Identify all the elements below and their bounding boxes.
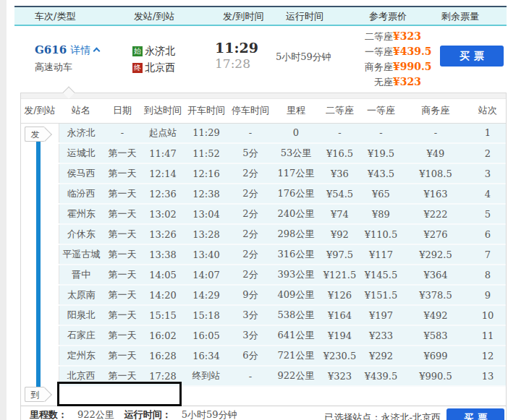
station-row[interactable]: 介休东 第一天 13:26 13:28 2分 298公里 ¥92 ¥110.5 …: [21, 224, 506, 244]
cell-second-class: ¥164: [319, 305, 360, 325]
cell-date: 第一天: [103, 224, 141, 244]
dest-badge-icon: 终: [132, 63, 143, 73]
station-row[interactable]: 永济北 - 起点站 11:29 - 0 - - - 1: [21, 123, 506, 143]
cell-business: ¥378.5: [402, 285, 470, 305]
station-row[interactable]: 定州东 第一天 16:28 16:34 6分 721公里 ¥230.5 ¥292…: [21, 346, 506, 366]
station-row[interactable]: 阳泉北 第一天 15:15 15:18 3分 538公里 ¥164 ¥197 ¥…: [21, 305, 506, 325]
price-label: 无座: [353, 74, 393, 90]
cell-second-class: ¥92: [319, 224, 360, 244]
cell-date: 第一天: [103, 184, 141, 204]
price-first-class: 一等座¥439.5: [353, 44, 432, 59]
cell-arrive-time: 11:47: [141, 143, 185, 163]
cell-stop-time: 6分: [228, 346, 273, 366]
cell-mileage: 538公里: [273, 305, 319, 325]
buy-ticket-button-top[interactable]: 买票: [440, 46, 504, 67]
cell-date: 第一天: [103, 265, 141, 285]
station-row[interactable]: 侯马西 第一天 12:14 12:16 2分 117公里 ¥36 ¥43.5 ¥…: [21, 163, 506, 184]
cell-business: ¥699: [402, 346, 470, 366]
cell-second-class: ¥16.5: [319, 143, 360, 163]
cell-first-class: ¥233: [360, 325, 402, 346]
reference-prices: 二等座¥323 一等座¥439.5 商务座¥990.5 无座¥323: [353, 29, 432, 90]
cell-mileage: 117公里: [273, 163, 319, 184]
cell-station: 临汾西: [59, 184, 103, 204]
col-duration: 运行时间: [286, 10, 323, 23]
detail-link[interactable]: 详情: [70, 44, 90, 56]
cell-second-class: ¥126: [319, 285, 360, 305]
cell-mileage: 641公里: [273, 325, 319, 346]
cell-arrive-time: 15:15: [141, 305, 185, 325]
station-row[interactable]: 平遥古城 第一天 13:38 13:40 2分 316公里 ¥97.5 ¥117…: [21, 244, 506, 265]
cell-second-class: ¥54.5: [319, 184, 360, 204]
cell-station: 永济北: [59, 123, 103, 143]
th-station: 站名: [59, 99, 103, 123]
cell-arrive-time: 16:02: [141, 325, 185, 346]
cell-first-class: ¥292: [360, 346, 402, 366]
cell-stop-time: 2分: [228, 244, 273, 265]
train-detail-panel: 发/到站 站名 日期 到达时间 开车时间 停车时间 里程 二等座 一等座 商务座…: [20, 93, 507, 420]
mileage-label: 里程数：: [30, 408, 67, 420]
cell-date: -: [103, 123, 141, 143]
cell-stop-index: 8: [470, 265, 506, 285]
cell-business: ¥276: [402, 224, 470, 244]
origin-station: 永济北: [145, 45, 175, 56]
chevron-up-icon[interactable]: [93, 48, 101, 55]
page-left-gutter: [0, 0, 7, 420]
cell-station: 石家庄: [59, 325, 103, 346]
footer-summary: 里程数： 922公里 运行时间： 5小时59分钟: [30, 408, 247, 420]
train-code: G616: [35, 43, 67, 56]
cell-first-class: ¥110.5: [360, 224, 402, 244]
cell-arrive-time: 17:28: [141, 366, 185, 386]
cell-date: 第一天: [103, 325, 141, 346]
cell-arrive-time: 14:20: [141, 285, 185, 305]
cell-depart-time: 11:29: [185, 123, 228, 143]
cell-stop-time: 2分: [228, 265, 273, 285]
price-label: 商务座: [353, 59, 393, 74]
cell-business: ¥364: [402, 265, 470, 285]
cell-date: 第一天: [103, 143, 141, 163]
station-row[interactable]: 晋中 第一天 14:05 14:07 2分 393公里 ¥121.5 ¥145.…: [21, 265, 506, 285]
cell-mileage: 393公里: [273, 265, 319, 285]
th-depart-arrive: 发/到站: [21, 99, 59, 123]
station-row[interactable]: 太原南 第一天 14:20 14:29 9分 409公里 ¥126 ¥151.5…: [21, 285, 506, 305]
cell-business: ¥583: [402, 325, 470, 346]
cell-stop-index: 10: [470, 305, 506, 325]
col-ref-price: 参考票价: [369, 10, 407, 23]
col-train-type: 车次/类型: [35, 10, 75, 23]
cell-mileage: 240公里: [273, 204, 319, 224]
cell-station: 阳泉北: [59, 305, 103, 325]
cell-station: 介休东: [59, 224, 103, 244]
cell-second-class: ¥121.5: [319, 265, 360, 285]
cell-first-class: ¥439.5: [360, 366, 402, 386]
cell-first-class: ¥145.5: [360, 265, 402, 285]
cell-stop-time: 2分: [228, 184, 273, 204]
station-row[interactable]: 霍州东 第一天 13:02 13:04 2分 240公里 ¥74 ¥89 ¥22…: [21, 204, 506, 224]
cell-depart-time: 13:04: [185, 204, 228, 224]
cell-stop-time: 5分: [228, 143, 273, 163]
station-row[interactable]: 北京西 第一天 17:28 终到站 - 922公里 ¥323 ¥439.5 ¥9…: [21, 366, 506, 386]
cell-depart-time: 14:29: [185, 285, 228, 305]
cell-stop-index: 2: [470, 143, 506, 163]
station-row[interactable]: 临汾西 第一天 12:36 12:38 2分 176公里 ¥54.5 ¥65 ¥…: [21, 184, 506, 204]
cell-first-class: ¥197: [360, 305, 402, 325]
cell-second-class: -: [319, 123, 360, 143]
cell-arrive-time: 13:26: [141, 224, 185, 244]
col-stations: 发站/到站: [134, 10, 174, 23]
cell-second-class: ¥230.5: [319, 346, 360, 366]
cell-mileage: 298公里: [273, 224, 319, 244]
cell-date: 第一天: [103, 366, 141, 386]
train-type: 高速动车: [35, 61, 72, 74]
panel-top-strip: [21, 93, 506, 99]
cell-arrive-time: 13:38: [141, 244, 185, 265]
train-code-group: G616详情: [35, 43, 99, 57]
th-depart-time: 开车时间: [185, 99, 228, 123]
cell-mileage: 316公里: [273, 244, 319, 265]
buy-ticket-button-bottom[interactable]: 买票: [446, 408, 504, 420]
station-row[interactable]: 石家庄 第一天 16:02 16:05 3分 641公里 ¥194 ¥233 ¥…: [21, 325, 506, 346]
col-times: 发/到时间: [223, 10, 263, 23]
cell-business: ¥163: [402, 184, 470, 204]
station-row[interactable]: 运城北 第一天 11:47 11:52 5分 53公里 ¥16.5 ¥19.5 …: [21, 143, 506, 163]
duration-label: 运行时间：: [124, 408, 172, 420]
cell-arrive-time: 起点站: [141, 123, 185, 143]
stops-header-row: 发/到站 站名 日期 到达时间 开车时间 停车时间 里程 二等座 一等座 商务座…: [21, 99, 506, 123]
duration-value: 5小时59分钟: [182, 408, 237, 420]
